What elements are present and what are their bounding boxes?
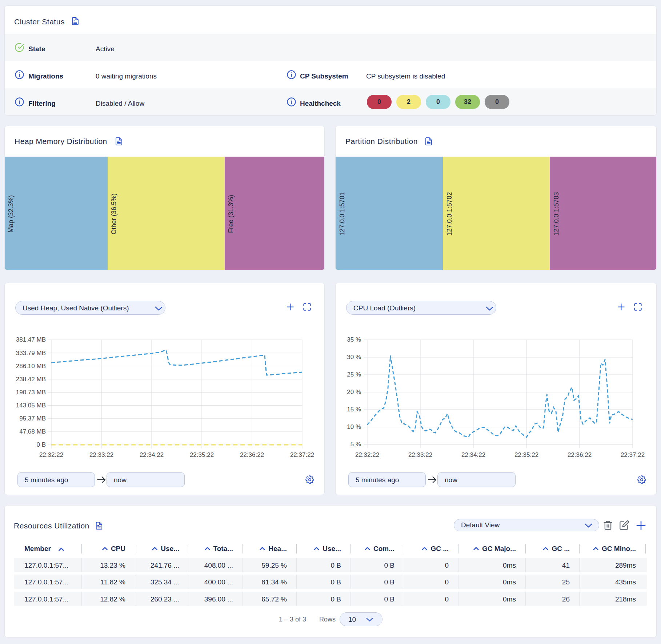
svg-text:20 %: 20 % (347, 389, 361, 395)
svg-text:22:33:22: 22:33:22 (408, 451, 432, 458)
svg-text:22:33:22: 22:33:22 (89, 451, 113, 458)
svg-text:35 %: 35 % (347, 336, 361, 343)
svg-text:333.79 MB: 333.79 MB (16, 350, 46, 357)
svg-text:22:34:22: 22:34:22 (461, 451, 485, 458)
svg-text:22:37:22: 22:37:22 (621, 451, 645, 458)
svg-text:190.73 MB: 190.73 MB (16, 389, 46, 396)
svg-text:0 B: 0 B (36, 441, 46, 448)
svg-text:286.10 MB: 286.10 MB (16, 363, 46, 370)
svg-text:15 %: 15 % (347, 406, 361, 413)
svg-text:22:35:22: 22:35:22 (514, 451, 538, 458)
svg-text:5 %: 5 % (350, 441, 361, 448)
svg-text:22:32:22: 22:32:22 (39, 451, 63, 458)
svg-text:95.37 MB: 95.37 MB (19, 415, 46, 422)
svg-text:22:36:22: 22:36:22 (568, 451, 592, 458)
svg-text:22:35:22: 22:35:22 (190, 451, 214, 458)
svg-text:25 %: 25 % (347, 371, 361, 378)
svg-text:10 %: 10 % (347, 423, 361, 430)
svg-text:22:36:22: 22:36:22 (240, 451, 264, 458)
svg-text:22:37:22: 22:37:22 (290, 451, 314, 458)
svg-text:22:34:22: 22:34:22 (140, 451, 164, 458)
svg-text:30 %: 30 % (347, 354, 361, 361)
svg-text:238.42 MB: 238.42 MB (16, 376, 46, 383)
svg-text:22:32:22: 22:32:22 (355, 451, 379, 458)
svg-text:143.05 MB: 143.05 MB (16, 402, 46, 409)
svg-text:47.68 MB: 47.68 MB (19, 428, 46, 435)
svg-text:381.47 MB: 381.47 MB (16, 336, 46, 343)
